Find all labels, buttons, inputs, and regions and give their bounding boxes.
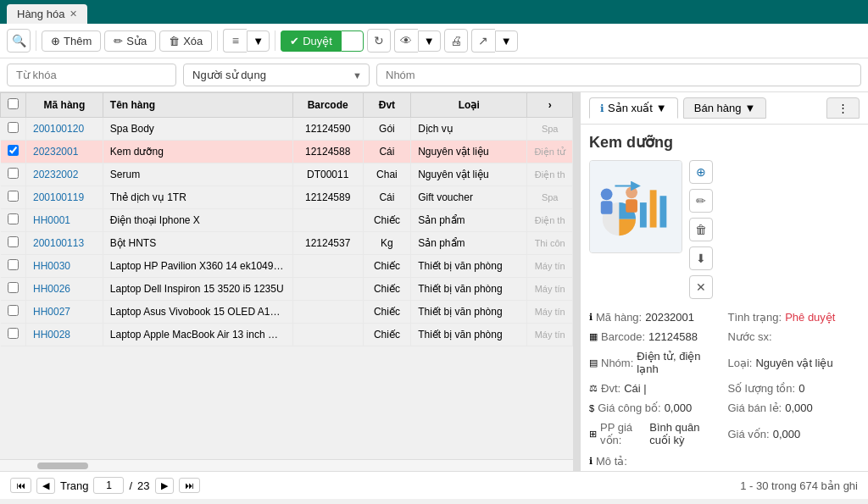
row-checkbox[interactable]: [1, 255, 26, 278]
sua-button[interactable]: ✏ Sửa: [104, 30, 156, 52]
row-id: HH0027: [26, 301, 103, 324]
user-filter-select[interactable]: Người sử dụng: [184, 64, 346, 86]
hang-hoa-tab[interactable]: Hàng hóa ✕: [7, 4, 87, 24]
row-barcode: 12124589: [292, 186, 363, 209]
row-extra: Điện tử: [527, 141, 573, 163]
search-icon-btn[interactable]: 🔍: [7, 29, 31, 53]
more-tabs-btn[interactable]: ⋮: [826, 97, 860, 119]
table-area: Mã hàng Tên hàng Barcode Đvt Loại › 2001…: [0, 92, 573, 471]
row-checkbox[interactable]: [1, 301, 26, 324]
them-button[interactable]: ⊕ Thêm: [42, 30, 101, 52]
duyet-split-btn: ✔ Duyệt ▼: [281, 30, 364, 52]
first-page-btn[interactable]: ⏮: [10, 478, 31, 493]
total-pages: 23: [137, 479, 149, 492]
refresh-icon-btn[interactable]: ↻: [367, 29, 391, 53]
last-page-btn[interactable]: ⏭: [179, 478, 200, 493]
row-extra: Máy tín: [527, 255, 573, 278]
xoa-button[interactable]: 🗑 Xóa: [159, 30, 212, 52]
row-extra: Thi côn: [527, 232, 573, 255]
nhom-input[interactable]: [376, 64, 861, 86]
prev-page-btn[interactable]: ◀: [36, 478, 55, 494]
row-checkbox[interactable]: [1, 324, 26, 346]
table-row[interactable]: 200100120 Spa Body 12124590 Gói Dịch vụ …: [1, 118, 573, 141]
pagination: ⏮ ◀ Trang / 23 ▶ ⏭ 1 - 30 trong 674 bản …: [0, 471, 868, 499]
table-row[interactable]: 20232002 Serum DT00011 Chai Nguyên vật l…: [1, 163, 573, 186]
next-page-btn[interactable]: ▶: [155, 478, 174, 494]
pencil-icon: ✏: [114, 35, 123, 47]
table-row[interactable]: 200100113 Bột HNTS 12124537 Kg Sản phẩm …: [1, 232, 573, 255]
row-id: 200100113: [26, 232, 103, 255]
select-all-checkbox[interactable]: [8, 98, 19, 109]
row-checkbox[interactable]: [1, 118, 26, 141]
eye-icon-btn[interactable]: 👁: [394, 29, 418, 53]
nhom-icon: ▤: [589, 357, 598, 368]
tab-san-xuat[interactable]: ℹ Sản xuất ▼: [589, 97, 678, 119]
svg-rect-1: [640, 202, 647, 227]
cancel-image-btn[interactable]: ✕: [689, 275, 713, 299]
check-icon: ✔: [290, 35, 299, 47]
row-checkbox[interactable]: [1, 163, 26, 186]
add-image-btn[interactable]: ⊕: [689, 160, 713, 184]
scrollbar-thumb[interactable]: [37, 462, 88, 469]
tab-label: Hàng hóa: [17, 8, 64, 20]
table-row[interactable]: 20232001 Kem dưỡng 12124588 Cái Nguyên v…: [1, 141, 573, 163]
nuoc-sx-row: Nước sx:: [728, 329, 860, 345]
gia-cong-bo-row: $ Giá công bố: 0,000: [589, 400, 721, 416]
row-checkbox[interactable]: [1, 278, 26, 301]
pp-gia-von-row: ⊞ PP giá vốn: Bình quân cuối kỳ: [589, 419, 721, 448]
tab-bar: Hàng hóa ✕: [0, 0, 868, 24]
row-dvt: Chai: [363, 163, 411, 186]
col-extra-scroll[interactable]: ›: [527, 93, 573, 118]
tab-ban-hang[interactable]: Bán hàng ▼: [683, 97, 767, 119]
row-name: Laptop Dell Inspiron 15 3520 i5 1235U: [103, 278, 292, 301]
row-barcode: [292, 278, 363, 301]
panel-body: Kem dưỡng: [581, 125, 868, 471]
row-checkbox[interactable]: [1, 209, 26, 232]
gia-ban-le-row: Giá bán lẻ: 0,000: [728, 400, 860, 416]
download-image-btn[interactable]: ⬇: [689, 246, 713, 270]
delete-image-btn[interactable]: 🗑: [689, 218, 713, 241]
table-scroll: Mã hàng Tên hàng Barcode Đvt Loại › 2001…: [0, 92, 573, 459]
list-icon-btn[interactable]: ≡: [223, 29, 247, 53]
so-luong-ton-row: Số lượng tồn: 0: [728, 380, 860, 396]
close-icon[interactable]: ✕: [70, 8, 77, 19]
dvt-row: ⚖ Đvt: Cái |: [589, 380, 721, 396]
share-icon-btn[interactable]: ↗: [471, 29, 495, 53]
main-layout: Mã hàng Tên hàng Barcode Đvt Loại › 2001…: [0, 92, 868, 471]
list-split-btn: ≡ ▼: [223, 29, 270, 53]
table-row[interactable]: HH0030 Laptop HP Pavilion X360 14 ek1049…: [1, 255, 573, 278]
product-title: Kem dưỡng: [589, 133, 860, 152]
row-checkbox[interactable]: [1, 141, 26, 163]
table-row[interactable]: HH0001 Điện thoại Iphone X Chiếc Sản phẩ…: [1, 209, 573, 232]
page-number-input[interactable]: [93, 477, 124, 494]
share-arrow-btn[interactable]: ▼: [495, 30, 518, 52]
more-icon: ⋮: [837, 102, 849, 114]
edit-image-btn[interactable]: ✏: [689, 189, 713, 213]
print-icon-btn[interactable]: 🖨: [444, 29, 468, 53]
eye-arrow-btn[interactable]: ▼: [418, 30, 441, 52]
gia-icon: $: [589, 403, 594, 413]
list-arrow-btn[interactable]: ▼: [247, 30, 270, 52]
search-input[interactable]: [7, 64, 176, 86]
product-image-row: ⊕ ✏ 🗑 ⬇ ✕: [589, 160, 860, 299]
row-extra: Điện th: [527, 163, 573, 186]
dvt-icon: ⚖: [589, 383, 598, 394]
filter-row: Người sử dụng ▼: [0, 58, 868, 92]
barcode-row: ▦ Barcode: 12124588: [589, 329, 721, 345]
table-row[interactable]: HH0028 Laptop Apple MacBook Air 13 inch …: [1, 324, 573, 346]
info-icon: ℹ: [600, 102, 604, 114]
row-checkbox[interactable]: [1, 232, 26, 255]
row-name: Bột HNTS: [103, 232, 292, 255]
horizontal-scrollbar[interactable]: [0, 459, 573, 471]
mo-ta-row: ℹ Mô tả:: [589, 453, 860, 469]
row-id: HH0026: [26, 278, 103, 301]
duyet-button[interactable]: ✔ Duyệt: [281, 30, 341, 52]
table-row[interactable]: HH0027 Laptop Asus Vivobook 15 OLED A150…: [1, 301, 573, 324]
row-checkbox[interactable]: [1, 186, 26, 209]
row-dvt: Chiếc: [363, 324, 411, 346]
panel-divider[interactable]: [573, 92, 580, 471]
nhom-row: ▤ Nhóm: Điện tử, điện lạnh: [589, 348, 721, 377]
table-row[interactable]: HH0026 Laptop Dell Inspiron 15 3520 i5 1…: [1, 278, 573, 301]
duyet-arrow-btn[interactable]: ▼: [341, 30, 364, 52]
table-row[interactable]: 200100119 Thẻ dịch vụ 1TR 12124589 Cái G…: [1, 186, 573, 209]
